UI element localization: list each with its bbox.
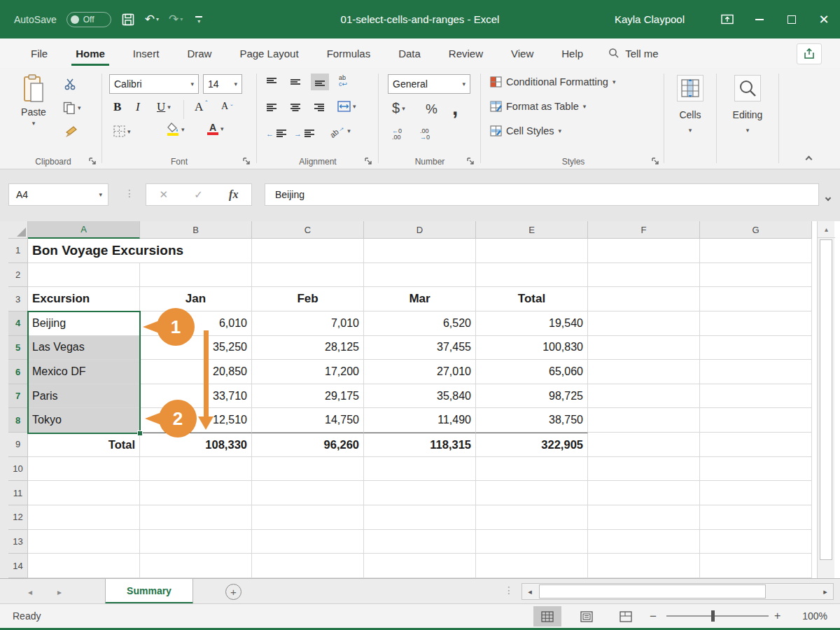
font-color-button[interactable]: A ▾ bbox=[207, 122, 224, 135]
orientation-button[interactable]: ab→▾ bbox=[329, 127, 351, 135]
fill-handle[interactable] bbox=[137, 430, 143, 436]
font-family-select[interactable]: Calibri▾ bbox=[109, 74, 199, 94]
cell-F14[interactable] bbox=[588, 554, 700, 578]
fill-color-button[interactable]: ▾ bbox=[167, 122, 185, 136]
scroll-up-icon[interactable]: ▴ bbox=[818, 221, 835, 238]
cell-E12[interactable] bbox=[476, 505, 588, 530]
wrap-text-button[interactable]: abc↩ bbox=[339, 75, 347, 88]
formula-bar-input[interactable]: Beijing bbox=[265, 183, 819, 206]
vertical-scrollbar[interactable]: ▴ bbox=[817, 221, 834, 578]
cell-C2[interactable] bbox=[252, 263, 364, 288]
cell-C6[interactable]: 17,200 bbox=[252, 360, 364, 384]
name-box-dropdown-icon[interactable]: ▾ bbox=[99, 191, 102, 198]
cell-G4[interactable] bbox=[700, 312, 812, 336]
cell-F7[interactable] bbox=[588, 384, 700, 409]
undo-dropdown-icon[interactable]: ▾ bbox=[156, 16, 159, 22]
font-size-select[interactable]: 14▾ bbox=[203, 74, 242, 94]
column-header-C[interactable]: C bbox=[252, 221, 364, 239]
row-header-1[interactable]: 1 bbox=[8, 239, 28, 263]
cell-E1[interactable] bbox=[476, 239, 588, 263]
cell-D5[interactable]: 37,455 bbox=[364, 336, 476, 360]
cell-B13[interactable] bbox=[140, 530, 252, 554]
cell-D4[interactable]: 6,520 bbox=[364, 312, 476, 336]
horizontal-scrollbar-thumb[interactable] bbox=[539, 584, 766, 598]
cell-C7[interactable]: 29,175 bbox=[252, 384, 364, 409]
cell-A6[interactable]: Mexico DF bbox=[28, 360, 140, 384]
insert-function-button[interactable]: fx bbox=[229, 188, 238, 201]
redo-dropdown-icon[interactable]: ▾ bbox=[180, 16, 183, 22]
row-header-4[interactable]: 4 bbox=[8, 312, 28, 336]
tab-data[interactable]: Data bbox=[384, 38, 435, 68]
cell-A10[interactable] bbox=[28, 457, 140, 482]
cell-D3[interactable]: Mar bbox=[364, 287, 476, 312]
column-header-D[interactable]: D bbox=[364, 221, 476, 239]
autosave-toggle[interactable]: Off bbox=[66, 12, 111, 27]
cell-G8[interactable] bbox=[700, 408, 812, 433]
cell-F13[interactable] bbox=[588, 530, 700, 554]
cell-B10[interactable] bbox=[140, 457, 252, 482]
scroll-right-icon[interactable]: ▸ bbox=[818, 584, 833, 599]
cell-F11[interactable] bbox=[588, 481, 700, 505]
redo-button[interactable]: ↷▾ bbox=[169, 12, 183, 27]
cut-button[interactable] bbox=[64, 78, 77, 90]
expand-formula-bar-button[interactable] bbox=[826, 190, 830, 203]
column-header-F[interactable]: F bbox=[588, 221, 700, 239]
cell-B9[interactable]: 108,330 bbox=[140, 433, 252, 457]
cell-D13[interactable] bbox=[364, 530, 476, 554]
cell-E14[interactable] bbox=[476, 554, 588, 578]
cell-B2[interactable] bbox=[140, 263, 252, 288]
row-header-13[interactable]: 13 bbox=[8, 530, 28, 554]
cell-B6[interactable]: 20,850 bbox=[140, 360, 252, 384]
cell-E10[interactable] bbox=[476, 457, 588, 482]
cell-D7[interactable]: 35,840 bbox=[364, 384, 476, 409]
cell-A1[interactable]: Bon Voyage Excursions bbox=[28, 239, 140, 263]
tab-view[interactable]: View bbox=[497, 38, 547, 68]
cell-A13[interactable] bbox=[28, 530, 140, 554]
enter-button[interactable]: ✓ bbox=[194, 188, 203, 201]
cell-F4[interactable] bbox=[588, 312, 700, 336]
cell-F5[interactable] bbox=[588, 336, 700, 360]
cell-E4[interactable]: 19,540 bbox=[476, 312, 588, 336]
row-header-3[interactable]: 3 bbox=[8, 287, 28, 312]
new-sheet-button[interactable]: + bbox=[225, 584, 241, 600]
row-header-9[interactable]: 9 bbox=[8, 433, 28, 457]
merge-and-center-button[interactable]: ▾ bbox=[337, 101, 356, 112]
bottom-align-button[interactable] bbox=[311, 74, 329, 90]
tab-home[interactable]: Home bbox=[62, 38, 119, 68]
cell-C13[interactable] bbox=[252, 530, 364, 554]
cell-B11[interactable] bbox=[140, 481, 252, 505]
comma-style-button[interactable]: , bbox=[452, 96, 458, 120]
cell-E9[interactable]: 322,905 bbox=[476, 433, 588, 457]
sheet-tab-summary[interactable]: Summary bbox=[105, 579, 193, 604]
number-format-select[interactable]: General▾ bbox=[388, 74, 470, 94]
cell-D2[interactable] bbox=[364, 263, 476, 288]
cell-A12[interactable] bbox=[28, 505, 140, 530]
scroll-left-icon[interactable]: ◂ bbox=[522, 584, 538, 599]
share-button[interactable] bbox=[797, 43, 822, 64]
cell-D10[interactable] bbox=[364, 457, 476, 482]
cell-A9[interactable]: Total bbox=[28, 433, 140, 457]
row-header-8[interactable]: 8 bbox=[8, 408, 28, 433]
signed-in-user[interactable]: Kayla Claypool bbox=[615, 13, 685, 25]
cell-B7[interactable]: 33,710 bbox=[140, 384, 252, 409]
cell-B12[interactable] bbox=[140, 505, 252, 530]
cell-E8[interactable]: 38,750 bbox=[476, 408, 588, 433]
cell-G6[interactable] bbox=[700, 360, 812, 384]
cell-B5[interactable]: 35,250 bbox=[140, 336, 252, 360]
decrease-indent-button[interactable]: ← bbox=[266, 128, 287, 139]
row-header-14[interactable]: 14 bbox=[8, 554, 28, 578]
row-header-6[interactable]: 6 bbox=[8, 360, 28, 384]
cell-G14[interactable] bbox=[700, 554, 812, 578]
cell-G9[interactable] bbox=[700, 433, 812, 457]
decrease-font-size-button[interactable]: Aˇ bbox=[221, 100, 232, 112]
cell-G13[interactable] bbox=[700, 530, 812, 554]
vertical-scrollbar-thumb[interactable] bbox=[820, 239, 832, 560]
cell-E3[interactable]: Total bbox=[476, 287, 588, 312]
column-header-G[interactable]: G bbox=[700, 221, 812, 239]
borders-button[interactable]: ▾ bbox=[113, 125, 131, 137]
align-right-button[interactable] bbox=[314, 102, 325, 113]
zoom-out-button[interactable]: − bbox=[650, 610, 657, 624]
paste-button[interactable]: Paste ▾ bbox=[13, 74, 55, 127]
top-align-button[interactable] bbox=[266, 76, 277, 88]
cell-C10[interactable] bbox=[252, 457, 364, 482]
